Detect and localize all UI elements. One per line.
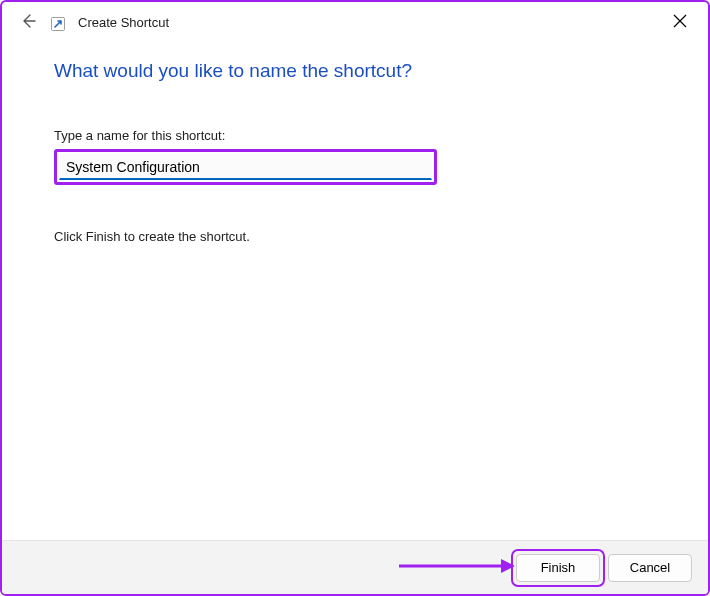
annotation-input-highlight — [54, 149, 437, 185]
wizard-content: What would you like to name the shortcut… — [2, 32, 708, 244]
close-icon — [673, 14, 687, 31]
close-button[interactable] — [660, 8, 700, 36]
wizard-header: Create Shortcut — [2, 2, 708, 32]
dialog-button-bar: Finish Cancel — [2, 540, 708, 594]
shortcut-name-label: Type a name for this shortcut: — [54, 128, 656, 143]
annotation-finish-highlight: Finish — [516, 554, 600, 582]
shortcut-icon — [50, 16, 66, 32]
shortcut-name-input[interactable] — [59, 154, 432, 180]
page-heading: What would you like to name the shortcut… — [54, 60, 656, 82]
back-arrow-icon — [20, 13, 36, 32]
back-button[interactable] — [18, 12, 38, 32]
instruction-text: Click Finish to create the shortcut. — [54, 229, 656, 244]
finish-button[interactable]: Finish — [516, 554, 600, 582]
wizard-title: Create Shortcut — [78, 15, 169, 30]
cancel-button[interactable]: Cancel — [608, 554, 692, 582]
